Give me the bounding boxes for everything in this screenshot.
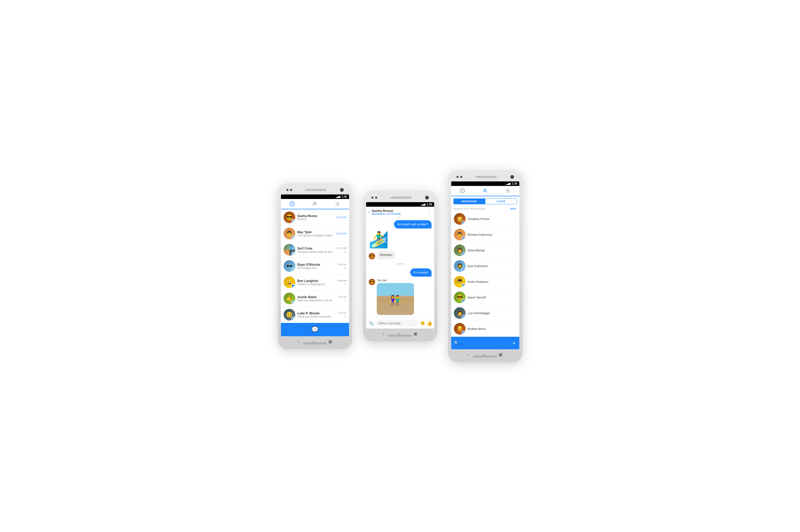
dot-5 (457, 176, 459, 178)
chat-more-btn[interactable]: ⋮ (427, 209, 432, 215)
msg-avatar-sasha-2: 😎 (369, 279, 375, 285)
msg-bubble-definitely: Definitely! (377, 251, 396, 259)
dot-4 (375, 196, 377, 199)
conv-meta-mac: 10:02 AM (336, 232, 346, 235)
people-item-richard[interactable]: 👨 💬 Richard Zadorozny ⋮ (451, 227, 519, 243)
conv-check-surf: ✓ (344, 250, 346, 253)
phone-1-bottom: ‹ ⌂ ▣ (281, 336, 349, 346)
people-tab-settings[interactable] (496, 188, 519, 196)
chat-back-btn[interactable]: ‹ (369, 210, 370, 214)
conv-meta-sasha: 10:24 AM (336, 216, 346, 218)
people-info-aaron: Aaron Sarnoff (468, 296, 511, 299)
tab-settings[interactable] (326, 201, 349, 209)
dot-1 (286, 189, 288, 191)
more-icon-aaron[interactable]: ⋮ (513, 295, 517, 300)
conv-preview-ben: Thanks for stopping by! (298, 283, 336, 286)
conv-preview-surf: You guys wanna meet up tom... (298, 250, 336, 253)
phone-2-bottom: ‹ ⌂ ▣ (366, 328, 434, 338)
toggle-messenger[interactable]: MESSENGER (454, 199, 485, 204)
emoji-icon[interactable]: 🙂 (420, 321, 425, 325)
people-item-kurtis[interactable]: 👦 💬 Kurtis Nusbaum ⋮ (451, 274, 519, 290)
conv-item-luke[interactable]: 😊 💬 Luke P. Woods I think you should com… (281, 307, 349, 323)
more-icon-jonathan[interactable]: ⋮ (513, 217, 517, 221)
conv-item-sasha[interactable]: 😎 💬 Sasha Rosse Perfect! 10:24 AM (281, 209, 349, 226)
conv-item-surf[interactable]: 💬 Surf Crew You guys wanna meet up tom..… (281, 242, 349, 258)
conv-check-austin: ✓ (344, 299, 346, 302)
chat-input-field[interactable] (376, 320, 419, 326)
conv-meta-austin: 7:43 AM ✓ (337, 296, 346, 302)
chat-contact-info: Sasha Rosse MESSENGER • ACTIVE NOW (372, 209, 401, 215)
menu-btn-3[interactable]: ▣ (499, 352, 502, 357)
chat-input-bar: 📎 🙂 👍 (366, 318, 434, 328)
search-icon[interactable]: 🔍 (454, 341, 459, 345)
people-edit-btn[interactable]: EDIT (511, 208, 517, 210)
people-item-eyal[interactable]: 🧔 💬 Eyal Guthmann ⋮ (451, 258, 519, 274)
people-name-eyal: Eyal Guthmann (468, 264, 511, 268)
svg-point-4 (484, 189, 486, 191)
attach-icon[interactable]: 📎 (369, 321, 374, 326)
more-icon-andrew[interactable]: ⋮ (513, 327, 517, 331)
messenger-active-toggle: MESSENGER ACTIVE (453, 198, 517, 204)
conv-preview-sasha: Perfect! (298, 218, 334, 221)
conv-name-surf: Surf Crew (298, 247, 336, 250)
people-item-jonathan[interactable]: 👴 💬 Jonathan Perlow ⋮ (451, 211, 519, 227)
more-icon-luiz[interactable]: ⋮ (513, 311, 517, 315)
phone-2-screen: ▂▄▆ 1:38 ‹ Sasha Rosse MESSENGER • ACTIV… (366, 202, 434, 328)
conv-name-austin: Austin Bales (298, 295, 336, 299)
more-icon-olivia[interactable]: ⋮ (513, 248, 517, 252)
conv-item-ben[interactable]: 😄 f Ben Langholz Thanks for stopping by!… (281, 274, 349, 290)
toggle-active[interactable]: ACTIVE (485, 199, 517, 204)
msg-outside: I'm outside! (369, 268, 432, 277)
avatar-aaron: 😎 💬 (454, 291, 465, 303)
add-contact-icon[interactable]: ＋ (511, 339, 517, 347)
msg-photo: 👫 (377, 283, 414, 315)
badge-luiz: 💬 (462, 315, 465, 319)
conversations-list: 😎 💬 Sasha Rosse Perfect! 10:24 AM 👨 💬 (281, 209, 349, 323)
compose-icon[interactable]: 💬 (311, 326, 319, 333)
tab-contacts[interactable] (304, 201, 326, 209)
back-btn-3[interactable]: ‹ (468, 352, 469, 357)
avatar-olivia: 👩 💬 (454, 244, 465, 256)
more-icon-eyal[interactable]: ⋮ (513, 264, 517, 268)
people-item-andrew[interactable]: 👱 💬 Andrew Munn ⋮ (451, 321, 519, 337)
conv-item-austin[interactable]: 🤙 💬 Austin Bales Meet you downstairs in … (281, 290, 349, 307)
more-icon-richard[interactable]: ⋮ (513, 232, 517, 237)
conv-preview-mac: Let's go see Giraffage tonight! (298, 234, 334, 237)
people-info-eyal: Eyal Guthmann (468, 264, 511, 268)
badge-jonathan: 💬 (462, 221, 465, 225)
people-tab-recent[interactable] (451, 188, 474, 196)
avatar-luke: 😊 💬 (284, 309, 295, 321)
speaker-grille-1 (305, 189, 327, 191)
conv-item-mac[interactable]: 👨 💬 Mac Tyler Let's go see Giraffage ton… (281, 226, 349, 242)
people-name-richard: Richard Zadorozny (468, 233, 511, 236)
conv-meta-surf: 9:37 AM ✓ (337, 247, 346, 253)
msg-sofun-text: So fun! (377, 279, 414, 282)
bottom-speaker-1 (303, 342, 327, 344)
phone-2: ▂▄▆ 1:38 ‹ Sasha Rosse MESSENGER • ACTIV… (363, 190, 437, 342)
conv-time-ben: 8:35 AM (337, 279, 346, 282)
tab-recent[interactable] (281, 201, 304, 209)
time-1: 1:38 (341, 195, 347, 198)
people-item-aaron[interactable]: 😎 💬 Aaron Sarnoff ⋮ (451, 290, 519, 305)
more-icon-kurtis[interactable]: ⋮ (513, 280, 517, 284)
people-item-olivia[interactable]: 👩 💬 Olivia Bishop ⋮ (451, 243, 519, 258)
people-item-luiz[interactable]: 🧑 💬 Luiz Scheidegger ⋮ (451, 305, 519, 321)
back-btn-1[interactable]: ‹ (298, 339, 299, 344)
photo-couple-emoji: 👫 (389, 295, 401, 306)
msg-sticker: 🏄‍♂️ (369, 232, 432, 248)
phone-1: ▂▄▆ 1:38 😎 💬 (278, 183, 352, 349)
menu-btn-1[interactable]: ▣ (328, 339, 332, 344)
back-btn-2[interactable]: ‹ (383, 331, 384, 336)
like-icon[interactable]: 👍 (426, 320, 432, 326)
menu-btn-2[interactable]: ▣ (414, 331, 417, 336)
msg-beach: the beach with us later? (369, 220, 432, 228)
avatar-mac: 👨 💬 (284, 228, 295, 240)
conv-info-ben: Ben Langholz Thanks for stopping by! (298, 279, 336, 286)
conv-item-ryan[interactable]: 🕶️ 💬 Ryan O'Rourke I'm bringing food 9:2… (281, 258, 349, 274)
phone-3-top (451, 173, 519, 182)
people-name-olivia: Olivia Bishop (468, 249, 511, 252)
badge-austin: 💬 (291, 300, 295, 304)
status-bar-2: ▂▄▆ 1:38 (366, 202, 434, 207)
people-footer: 🔍 ＋ (451, 337, 519, 349)
people-tab-contacts[interactable] (474, 188, 496, 196)
